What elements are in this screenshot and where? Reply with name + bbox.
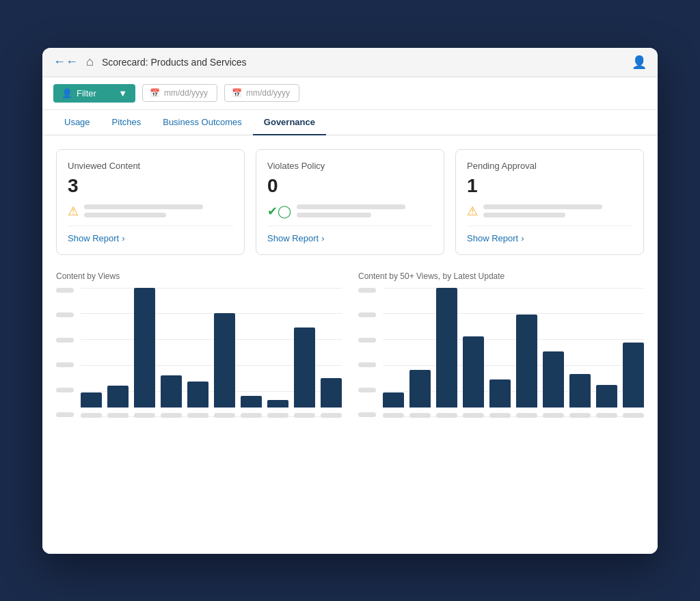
chart-2-title: Content by 50+ Views, by Latest Update [358,271,644,281]
chevron-right-icon-2: › [321,233,324,243]
chart-bar[interactable] [383,392,404,408]
tab-governance[interactable]: Governance [253,110,326,135]
chart-2-y-labels [358,288,379,418]
chart-content-by-50-views: Content by 50+ Views, by Latest Update [358,271,644,438]
chart-bar[interactable] [623,343,644,408]
y-label [358,312,376,317]
y-label [56,362,74,367]
chart-bar[interactable] [516,315,537,408]
y-label [56,388,74,392]
chart-bar-group [436,288,457,418]
back-button[interactable]: ←← [53,55,78,69]
chart-bar[interactable] [134,288,155,408]
y-label [358,338,376,343]
card-violates-value: 0 [267,175,433,197]
x-label [267,413,288,418]
card-unviewed-status: ⚠ [68,204,233,219]
chart-bar[interactable] [436,288,457,408]
show-report-label-2: Show Report [267,233,319,243]
y-label [56,412,74,417]
status-bars-2 [297,204,433,217]
chart-2-bars [383,288,644,418]
chart-bar-group [543,288,564,418]
show-report-label-3: Show Report [467,233,518,243]
card-unviewed-value: 3 [68,175,233,197]
show-report-link-1[interactable]: Show Report › [68,233,233,243]
chart-bar[interactable] [241,396,262,408]
home-button[interactable]: ⌂ [86,55,94,69]
app-window: ←← ⌂ Scorecard: Products and Services 👤 … [42,48,658,554]
card-divider-2 [267,226,433,226]
x-label [161,413,182,418]
card-unviewed-content: Unviewed Content 3 ⚠ Show Report › [56,149,245,255]
chart-bar[interactable] [187,382,208,408]
tab-business-outcomes[interactable]: Business Outcomes [152,110,253,135]
x-label [107,413,129,418]
status-bars-1 [84,204,233,217]
card-pending-title: Pending Approval [467,161,632,171]
filter-dropdown[interactable]: 👤 Filter ▼ [53,84,135,103]
chart-bar[interactable] [489,379,511,408]
chart-bar-group [463,288,484,418]
card-violates-status: ✔◯ [267,204,433,219]
chart-1-area [56,288,342,438]
home-icon: ⌂ [86,55,94,68]
x-label [463,413,484,418]
date-placeholder-1: mm/dd/yyyy [164,88,208,98]
x-label [214,413,235,418]
chart-bar[interactable] [596,385,617,408]
status-bar-1b [84,213,166,217]
back-icon: ←← [53,55,78,69]
chart-bar[interactable] [161,375,182,407]
toolbar: 👤 Filter ▼ 📅 mm/dd/yyyy 📅 mm/dd/yyyy [42,77,658,110]
tabs-bar: Usage Pitches Business Outcomes Governan… [42,110,658,135]
chevron-right-icon-1: › [122,233,124,243]
warning-icon-1: ⚠ [68,204,79,219]
chart-bar[interactable] [543,351,564,407]
x-label [516,413,537,418]
x-label [187,413,208,418]
chart-2-area [358,288,644,438]
chart-bar-group [321,288,342,418]
chart-bar[interactable] [214,313,235,407]
card-unviewed-title: Unviewed Content [68,161,233,171]
chart-bar[interactable] [107,386,129,408]
chart-bar-group [516,288,537,418]
date-input-2[interactable]: 📅 mm/dd/yyyy [224,84,299,102]
filter-icon: 👤 [62,88,72,98]
x-label [436,413,457,417]
x-label [596,413,617,418]
y-label [56,288,74,293]
chart-bar[interactable] [569,374,591,408]
x-label [134,413,155,417]
cards-row: Unviewed Content 3 ⚠ Show Report › Viol [56,149,644,255]
page-title: Scorecard: Products and Services [102,57,623,68]
tab-pitches[interactable]: Pitches [101,110,152,135]
show-report-link-2[interactable]: Show Report › [267,233,433,243]
chart-bar[interactable] [267,400,288,408]
chart-bar[interactable] [409,370,431,407]
x-label [383,413,404,418]
chevron-right-icon-3: › [521,233,524,243]
show-report-label-1: Show Report [68,233,119,243]
y-label [56,312,74,317]
tab-usage[interactable]: Usage [53,110,101,135]
date-input-1[interactable]: 📅 mm/dd/yyyy [142,84,217,102]
chart-bar-group [409,288,431,418]
y-label [358,362,376,367]
chart-bar-group [596,288,617,418]
chart-bar[interactable] [321,378,342,407]
chart-bar[interactable] [294,328,315,407]
x-label [623,413,644,418]
card-divider-1 [68,226,233,226]
warning-icon-2: ⚠ [467,204,478,219]
status-bar-3b [483,213,565,217]
chart-bar[interactable] [81,392,102,407]
card-violates-title: Violates Policy [267,161,433,171]
charts-row: Content by Views Content by 50+ Views, b… [56,271,644,438]
chart-bar[interactable] [463,336,484,407]
y-label [358,288,376,293]
show-report-link-3[interactable]: Show Report › [467,233,632,243]
user-button[interactable]: 👤 [632,55,647,70]
y-label [358,388,376,392]
